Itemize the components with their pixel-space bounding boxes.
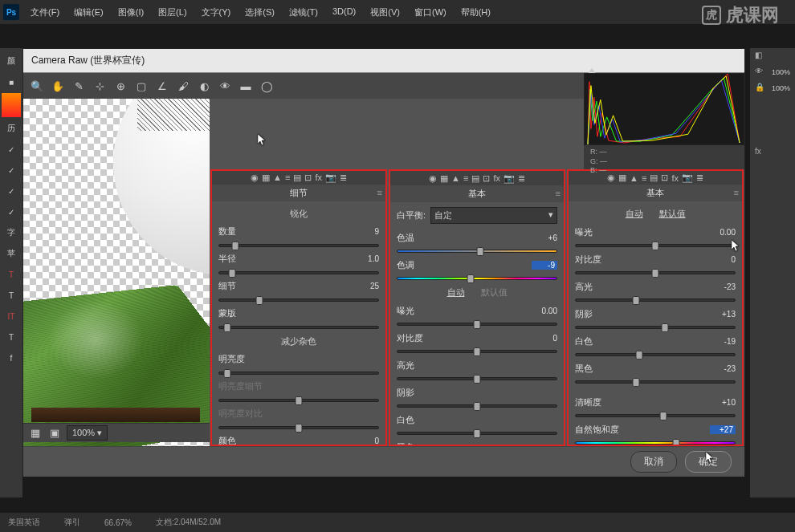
menu-item[interactable]: 文件(F) [24, 3, 66, 22]
slider-track[interactable] [397, 323, 557, 326]
menu-item[interactable]: 3D(D) [326, 3, 362, 22]
tab-icon[interactable]: fx [315, 173, 322, 182]
slider-value[interactable]: -23 [710, 282, 736, 291]
tab-icon[interactable]: ≡ [463, 173, 468, 183]
slider-thumb[interactable] [474, 375, 481, 384]
slider-thumb[interactable] [296, 396, 303, 405]
menu-item[interactable]: 图像(I) [112, 3, 150, 22]
check-icon[interactable]: ✓ [2, 181, 21, 201]
straighten-icon[interactable]: ∠ [155, 79, 169, 93]
slider-track[interactable] [218, 326, 379, 329]
check-icon[interactable]: ✓ [2, 140, 21, 159]
slider-track[interactable] [397, 432, 557, 435]
slider-thumb[interactable] [661, 323, 668, 332]
menu-item[interactable]: 滤镜(T) [283, 3, 324, 22]
slider-thumb[interactable] [659, 412, 667, 420]
layout-icon[interactable]: ▣ [47, 426, 62, 441]
tab-icon[interactable]: ▲ [451, 173, 460, 183]
tool-icon[interactable]: 历 [2, 119, 21, 138]
slider-track[interactable] [218, 399, 379, 402]
lock-icon[interactable]: 🔒 [755, 83, 766, 94]
sampler-icon[interactable]: ⊹ [92, 79, 107, 93]
grid-icon[interactable]: ▦ [28, 426, 43, 441]
slider-value[interactable]: 0 [710, 255, 736, 264]
slider-value[interactable]: -23 [710, 364, 736, 373]
slider-track[interactable] [397, 350, 557, 353]
tab-icon[interactable]: ▲ [273, 173, 282, 182]
menu-item[interactable]: 文字(Y) [195, 3, 238, 22]
slider-value[interactable]: +13 [710, 310, 736, 319]
slider-track[interactable] [397, 250, 557, 253]
slider-value[interactable]: 1.0 [353, 254, 379, 263]
wb-select[interactable]: 自定 ▾ [430, 207, 557, 224]
brush-icon[interactable]: 🖌 [176, 79, 190, 93]
menu-item[interactable]: 帮助(H) [455, 3, 497, 22]
auto-link[interactable]: 自动 [447, 286, 465, 298]
slider-thumb[interactable] [255, 296, 263, 305]
tab-icon[interactable]: ◉ [251, 173, 259, 183]
radial-icon[interactable]: ◯ [259, 79, 274, 93]
tool-icon[interactable]: f [2, 348, 21, 368]
zoom-icon[interactable]: 🔍 [30, 79, 44, 93]
tool-icon[interactable]: T [2, 265, 21, 284]
slider-thumb[interactable] [474, 347, 481, 356]
tool-icon[interactable]: T [2, 327, 21, 347]
histogram[interactable] [584, 73, 744, 145]
panel-menu-icon[interactable]: ≡ [556, 189, 561, 198]
slider-value[interactable]: 0 [353, 437, 379, 445]
check-icon[interactable]: ✓ [2, 202, 21, 221]
slider-thumb[interactable] [474, 320, 481, 329]
tab-icon[interactable]: ⊡ [483, 173, 490, 184]
crop-icon[interactable]: ▢ [134, 79, 149, 93]
slider-track[interactable] [575, 353, 736, 356]
tab-icon[interactable]: 📷 [503, 173, 515, 184]
fx-icon[interactable]: fx [755, 147, 766, 158]
tool-icon[interactable]: 苹 [2, 244, 21, 263]
slider-track[interactable] [218, 298, 379, 302]
slider-track[interactable] [218, 372, 379, 375]
panel-menu-icon[interactable]: ≡ [734, 188, 739, 197]
tool-icon[interactable]: IT [2, 307, 21, 326]
preview-area[interactable] [23, 99, 210, 446]
tab-icon[interactable]: ▤ [293, 173, 301, 183]
menu-item[interactable]: 编辑(E) [67, 3, 110, 22]
eye-icon[interactable]: 👁 [755, 67, 766, 78]
check-icon[interactable]: ✓ [2, 160, 21, 180]
default-link[interactable]: 默认值 [659, 208, 686, 220]
slider-thumb[interactable] [223, 323, 230, 332]
slider-thumb[interactable] [672, 439, 679, 445]
panel-menu-icon[interactable]: ≡ [377, 188, 382, 197]
slider-thumb[interactable] [228, 269, 235, 278]
slider-track[interactable] [397, 404, 557, 408]
slider-thumb[interactable] [652, 269, 659, 278]
slider-thumb[interactable] [296, 424, 303, 433]
tool-icon[interactable]: ■ [2, 72, 21, 91]
gradient-icon[interactable]: ▬ [238, 79, 253, 93]
tab-icon[interactable]: ▦ [262, 173, 270, 183]
slider-track[interactable] [575, 298, 736, 302]
cancel-button[interactable]: 取消 [630, 451, 677, 473]
slider-track[interactable] [218, 426, 379, 429]
tab-icon[interactable]: fx [493, 173, 500, 183]
slider-thumb[interactable] [636, 351, 643, 359]
target-icon[interactable]: ⊕ [113, 79, 128, 93]
slider-track[interactable] [397, 377, 557, 380]
slider-track[interactable] [575, 380, 736, 384]
menu-item[interactable]: 图层(L) [152, 3, 193, 22]
panel-icon[interactable]: ◧ [755, 51, 766, 62]
hand-icon[interactable]: ✋ [51, 79, 65, 93]
slider-track[interactable] [575, 326, 736, 329]
slider-track[interactable] [218, 244, 379, 247]
tool-icon[interactable]: 字 [2, 223, 21, 242]
tool-icon[interactable]: T [2, 286, 21, 305]
slider-thumb[interactable] [474, 402, 481, 411]
eyedropper-icon[interactable]: ✎ [71, 79, 86, 93]
menu-item[interactable]: 窗口(W) [408, 3, 453, 22]
tool-icon[interactable] [2, 93, 21, 117]
tool-icon[interactable]: 颜 [2, 51, 21, 71]
slider-value[interactable]: -9 [532, 261, 557, 270]
slider-thumb[interactable] [474, 429, 481, 438]
slider-value[interactable]: +6 [532, 234, 557, 242]
redeye-icon[interactable]: 👁 [218, 79, 232, 93]
slider-value[interactable]: 9 [353, 227, 379, 236]
